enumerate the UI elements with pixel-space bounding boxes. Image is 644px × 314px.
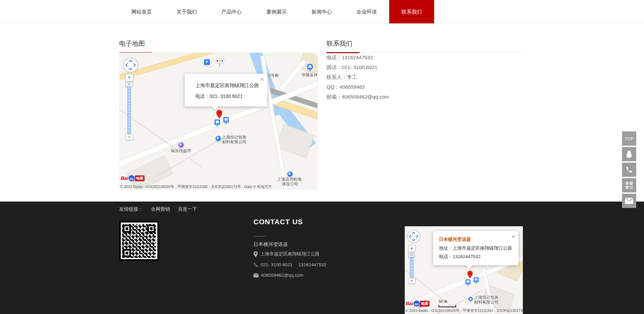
page-footer: 友情链接：全网营销百度一下 CONTACT US 日本横河变送器 上海市嘉定区南… xyxy=(0,202,644,314)
popup-phone: 电话：021- 3100 6021 xyxy=(195,93,243,100)
qr-code-button[interactable] xyxy=(622,178,636,192)
zoom-slider-track[interactable] xyxy=(410,257,414,278)
bus-stop-icon[interactable] xyxy=(465,279,471,286)
baidu-logo-bai: Bai xyxy=(406,301,413,306)
contact-line-qq: QQ：406559462 xyxy=(327,84,526,90)
map-pan-control[interactable] xyxy=(123,57,138,73)
map-copyright: © 2022 Baidu - GS(2021)6026号 - 甲测资字11111… xyxy=(405,308,523,313)
top-nav: 网站首页 关于我们 产品中心 案例展示 新闻中心 企业环境 联系我们 xyxy=(0,0,644,24)
map-label-huachen: 华晨金杯 xyxy=(302,72,318,77)
baidu-map-main[interactable]: P xyxy=(119,53,318,190)
location-pin-marker[interactable] xyxy=(216,110,222,119)
bus-stop-icon[interactable] xyxy=(473,277,479,284)
qq-button[interactable] xyxy=(622,147,636,161)
popup-phone: 电话：13162447532 xyxy=(439,254,481,260)
contact-line-email: 邮箱：406559462@qq.com xyxy=(327,93,526,100)
footer-divider xyxy=(253,236,266,236)
email-button[interactable] xyxy=(622,194,636,208)
nav-item-contact[interactable]: 联系我们 xyxy=(389,0,434,23)
map-info-popup: × 日本横河变送器 地址：上海市嘉定区南翔镇翔江公路 电话：1316244753… xyxy=(433,231,518,265)
nav-item-environment[interactable]: 企业环境 xyxy=(344,0,389,23)
page: 网站首页 关于我们 产品中心 案例展示 新闻中心 企业环境 联系我们 电子地图 xyxy=(0,0,644,314)
popup-close-icon[interactable]: × xyxy=(512,234,515,239)
bus-stop-icon[interactable] xyxy=(214,119,221,127)
zoom-slider-track[interactable] xyxy=(127,86,131,134)
phone-button[interactable] xyxy=(622,163,636,177)
popup-pointer xyxy=(211,106,219,110)
map-label-maiqiao-2: 液压公司 xyxy=(282,182,298,186)
zoom-out-button[interactable]: − xyxy=(125,134,133,140)
company-poi-icon xyxy=(468,296,473,302)
friend-link-baidu[interactable]: 百度一下 xyxy=(178,206,197,212)
car-dealer-icon xyxy=(306,63,314,72)
footer-company-name: 日本横河变送器 xyxy=(253,241,288,248)
floating-sidebar: TOP xyxy=(622,131,636,209)
footer-address-text: 上海市嘉定区南翔镇翔江公路 xyxy=(260,251,320,257)
contact-section-title: 联系我们 xyxy=(327,39,526,53)
zoom-out-button[interactable]: − xyxy=(408,278,416,284)
map-pan-control[interactable] xyxy=(407,230,420,243)
zoom-in-button[interactable]: + xyxy=(125,74,133,81)
popup-close-icon[interactable]: × xyxy=(261,77,264,82)
map-scale-text: 50 米 xyxy=(439,299,447,303)
footer-address-row: 上海市嘉定区南翔镇翔江公路 xyxy=(253,251,320,257)
company-poi-icon xyxy=(215,135,222,142)
contact-line-landline: 固话：021- 3100 6021 xyxy=(327,64,526,70)
baidu-logo: Baidu地图 xyxy=(121,175,145,182)
footer-email-row: 406559462@qq.com xyxy=(253,273,304,278)
contact-line-person: 联系人：李工 xyxy=(327,74,526,80)
qr-code-icon xyxy=(625,182,633,189)
parking-icon: P xyxy=(203,59,210,66)
envelope-icon xyxy=(253,273,259,277)
zoom-in-button[interactable]: + xyxy=(408,245,416,252)
map-info-popup: × 上海市嘉定区南翔镇翔江公路 电话：021- 3100 6021 xyxy=(185,74,267,106)
contact-info-list: 电话：13162447532 固话：021- 3100 6021 联系人：李工 … xyxy=(327,54,526,103)
phone-icon xyxy=(625,166,633,173)
qq-penguin-icon xyxy=(625,150,633,158)
qr-finder xyxy=(123,249,131,257)
map-label-yueji-2: 材料有限公司 xyxy=(474,300,498,305)
nav-item-cases[interactable]: 案例展示 xyxy=(254,0,299,23)
popup-address: 地址：上海市嘉定区南翔镇翔江公路 xyxy=(439,245,512,251)
baidu-map-footer[interactable]: 上海悦记包装 材料有限公司 [公 路 × 日本横河变送器 地址：上海市嘉定区南翔… xyxy=(405,226,523,314)
supermarket-poi-icon xyxy=(178,142,184,148)
envelope-icon xyxy=(625,198,633,204)
traffic-light-icon xyxy=(215,58,224,66)
footer-contact-title: CONTACT US xyxy=(253,218,303,226)
back-to-top-button[interactable]: TOP xyxy=(622,131,636,146)
main-menu: 网站首页 关于我们 产品中心 案例展示 新闻中心 企业环境 联系我们 xyxy=(119,0,434,23)
baidu-logo-bai: Bai xyxy=(121,175,128,181)
footer-email-text: 406559462@qq.com xyxy=(261,273,304,278)
qr-finder xyxy=(147,225,155,233)
popup-address: 上海市嘉定区南翔镇翔江公路 xyxy=(195,82,259,89)
baidu-logo-ditu: 地图 xyxy=(135,175,145,181)
map-label-fulejia: 福乐佳超市 xyxy=(171,148,191,153)
popup-pointer xyxy=(465,265,473,269)
nav-item-home[interactable]: 网站首页 xyxy=(119,0,164,23)
phone-icon xyxy=(253,263,258,267)
footer-phone-row: 021- 3100 6021 13162447532 xyxy=(253,262,326,268)
footer-qr-code xyxy=(119,221,159,261)
baidu-paw-icon: du xyxy=(414,300,420,307)
nav-item-products[interactable]: 产品中心 xyxy=(209,0,254,23)
map-label-yueji-1: 上海悦记包装 xyxy=(474,295,498,300)
map-copyright: © 2022 Baidu - GS(2021)6026号 - 甲测资字11111… xyxy=(120,184,272,189)
contact-line-mobile: 电话：13162447532 xyxy=(327,54,526,61)
map-section-title: 电子地图 xyxy=(119,39,317,53)
popup-title: 日本横河变送器 xyxy=(439,236,471,243)
friend-link-marketing[interactable]: 全网营销 xyxy=(151,206,170,212)
baidu-logo-du: du xyxy=(130,177,133,181)
baidu-logo-du: du xyxy=(415,302,418,306)
map-label-yueji-2: 材料有限公司 xyxy=(222,140,246,144)
friend-links-label: 友情链接： xyxy=(119,206,143,212)
location-pin-icon xyxy=(253,251,258,257)
baidu-paw-icon: du xyxy=(129,175,135,181)
nav-item-about[interactable]: 关于我们 xyxy=(164,0,209,23)
map-label-maiqiao-1: 上海迈乔机电 xyxy=(277,177,302,182)
map-scale: 50 米 xyxy=(439,299,456,307)
nav-item-news[interactable]: 新闻中心 xyxy=(299,0,344,23)
baidu-logo-ditu: 地图 xyxy=(420,301,429,307)
location-pin-marker[interactable] xyxy=(467,271,473,278)
bus-stop-icon[interactable] xyxy=(223,117,229,125)
map-scale-bar xyxy=(439,305,456,307)
